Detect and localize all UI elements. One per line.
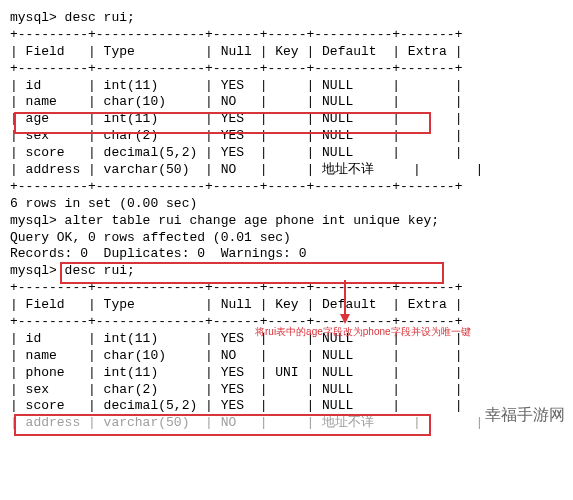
terminal-line: | score | decimal(5,2) | YES | | NULL | …: [10, 145, 563, 162]
terminal-line: | Field | Type | Null | Key | Default | …: [10, 297, 563, 314]
terminal-line: | id | int(11) | YES | | NULL | |: [10, 78, 563, 95]
terminal-line: mysql> alter table rui change age phone …: [10, 213, 563, 230]
terminal-line: +---------+--------------+------+-----+-…: [10, 27, 563, 44]
terminal-line: Records: 0 Duplicates: 0 Warnings: 0: [10, 246, 563, 263]
terminal-line: | name | char(10) | NO | | NULL | |: [10, 94, 563, 111]
terminal-line: Query OK, 0 rows affected (0.01 sec): [10, 230, 563, 247]
terminal-line: +---------+--------------+------+-----+-…: [10, 61, 563, 78]
terminal-line: | name | char(10) | NO | | NULL | |: [10, 348, 563, 365]
terminal-line: | sex | char(2) | YES | | NULL | |: [10, 128, 563, 145]
terminal-line: | phone | int(11) | YES | UNI | NULL | |: [10, 365, 563, 382]
terminal-line: | score | decimal(5,2) | YES | | NULL | …: [10, 398, 563, 415]
terminal-line: +---------+--------------+------+-----+-…: [10, 179, 563, 196]
terminal-line: | sex | char(2) | YES | | NULL | |: [10, 382, 563, 399]
terminal-line: | Field | Type | Null | Key | Default | …: [10, 44, 563, 61]
terminal-line: +---------+--------------+------+-----+-…: [10, 280, 563, 297]
terminal-line: | address | varchar(50) | NO | | 地址不详 | …: [10, 415, 563, 432]
terminal-output: mysql> desc rui;+---------+-------------…: [10, 10, 563, 432]
annotation-text: 将rui表中的age字段改为phone字段并设为唯一键: [255, 325, 471, 338]
terminal-line: | address | varchar(50) | NO | | 地址不详 | …: [10, 162, 563, 179]
terminal-line: mysql> desc rui;: [10, 10, 563, 27]
terminal-line: | age | int(11) | YES | | NULL | |: [10, 111, 563, 128]
terminal-line: mysql> desc rui;: [10, 263, 563, 280]
watermark-text: 幸福手游网: [485, 405, 565, 426]
terminal-line: 6 rows in set (0.00 sec): [10, 196, 563, 213]
